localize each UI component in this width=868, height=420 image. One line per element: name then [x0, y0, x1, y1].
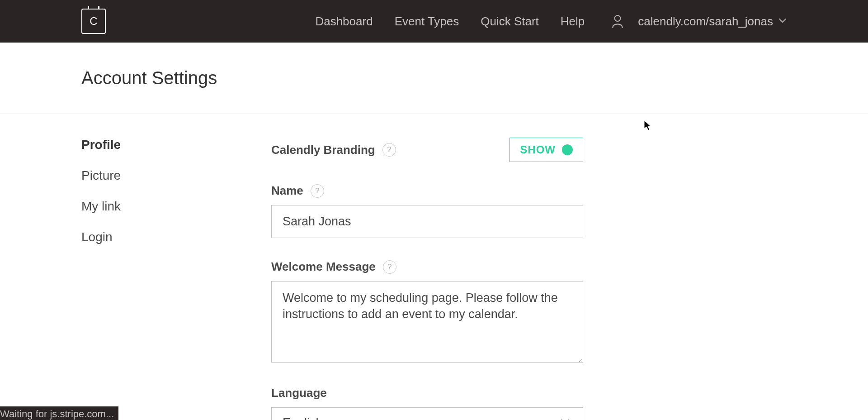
nav-help[interactable]: Help: [561, 14, 585, 29]
user-icon: [612, 14, 623, 28]
sidebar-item-profile[interactable]: Profile: [81, 138, 271, 152]
name-row: Name ?: [271, 184, 583, 238]
branding-row: Calendly Branding ? SHOW: [271, 138, 583, 162]
help-icon[interactable]: ?: [311, 184, 324, 198]
app-header: C Dashboard Event Types Quick Start Help…: [0, 0, 868, 43]
help-icon[interactable]: ?: [383, 260, 396, 274]
user-dropdown[interactable]: calendly.com/sarah_jonas: [638, 14, 787, 29]
nav-quick-start[interactable]: Quick Start: [481, 14, 539, 29]
name-label: Name: [271, 184, 303, 198]
nav-dashboard[interactable]: Dashboard: [315, 14, 373, 29]
welcome-message-input[interactable]: [271, 281, 583, 363]
browser-status-bar: Waiting for js.stripe.com...: [0, 406, 118, 420]
name-input[interactable]: [271, 205, 583, 238]
branding-toggle[interactable]: SHOW: [509, 138, 583, 162]
welcome-label: Welcome Message: [271, 260, 376, 274]
section-divider: [0, 114, 868, 114]
sidebar-item-my-link[interactable]: My link: [81, 199, 271, 214]
language-label: Language: [271, 386, 327, 400]
logo-letter: C: [90, 15, 97, 28]
settings-sidebar: Profile Picture My link Login: [81, 138, 271, 420]
help-icon[interactable]: ?: [382, 143, 396, 157]
page-title: Account Settings: [81, 68, 787, 88]
toggle-indicator-icon: [562, 144, 573, 155]
branding-label: Calendly Branding: [271, 143, 375, 157]
svg-point-0: [615, 15, 621, 21]
profile-form: Calendly Branding ? SHOW Name ? We: [271, 138, 583, 420]
chevron-down-icon: [778, 17, 787, 25]
user-url-text: calendly.com/sarah_jonas: [638, 14, 773, 29]
user-section: calendly.com/sarah_jonas: [612, 14, 787, 29]
branding-toggle-label: SHOW: [520, 143, 556, 156]
welcome-row: Welcome Message ?: [271, 260, 583, 364]
sidebar-item-picture[interactable]: Picture: [81, 168, 271, 183]
language-select[interactable]: English: [271, 407, 583, 420]
language-row: Language English: [271, 386, 583, 420]
calendly-logo[interactable]: C: [81, 9, 106, 34]
main-nav: Dashboard Event Types Quick Start Help: [315, 14, 585, 29]
sidebar-item-login[interactable]: Login: [81, 230, 271, 244]
nav-event-types[interactable]: Event Types: [395, 14, 459, 29]
